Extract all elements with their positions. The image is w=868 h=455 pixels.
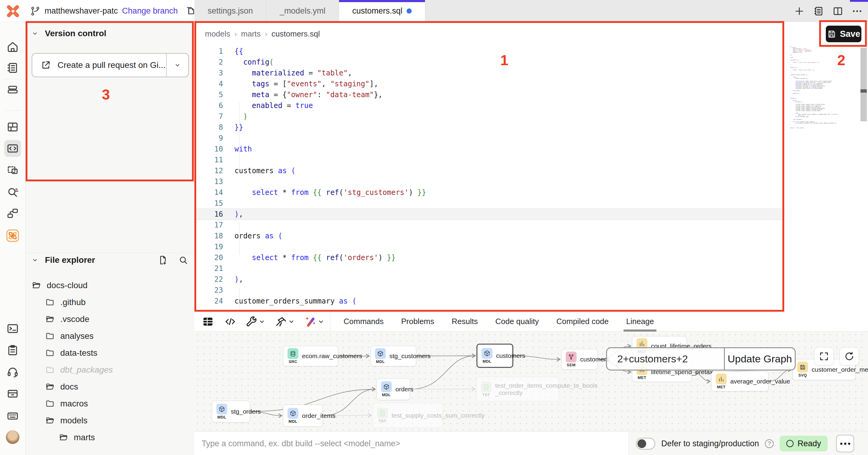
update-graph-button[interactable]: Update Graph — [725, 348, 795, 370]
code-line-15[interactable]: 15 — [194, 198, 785, 209]
bottom-tab-compiled-code[interactable]: Compiled code — [556, 312, 609, 332]
new-tab-plus-icon[interactable] — [793, 5, 805, 17]
lineage-node-customers[interactable]: SEMcustomers — [561, 349, 598, 370]
ai-assist-icon[interactable] — [304, 315, 317, 329]
create-pr-button[interactable]: Create a pull request on Gi... — [32, 53, 189, 77]
bottom-tab-problems[interactable]: Problems — [401, 312, 434, 332]
code-line-22[interactable]: 22), — [194, 274, 785, 285]
dbt-logo-icon[interactable] — [5, 3, 21, 19]
code-line-4[interactable]: 4 tags = ["events", "staging"], — [194, 79, 785, 89]
code-line-23[interactable]: 23 — [194, 285, 785, 296]
chevron-down-icon[interactable] — [258, 318, 266, 325]
code-view-icon[interactable] — [223, 315, 237, 329]
build-wrench-icon[interactable] — [244, 315, 258, 329]
code-line-13[interactable]: 13 — [194, 176, 785, 187]
support-headset-icon[interactable] — [6, 365, 19, 379]
copilot-atom-icon[interactable] — [6, 229, 19, 242]
bottom-tab-code-quality[interactable]: Code quality — [495, 312, 539, 332]
code-line-21[interactable]: 21 — [194, 263, 785, 274]
tree-item-marts[interactable]: marts — [59, 429, 95, 446]
lineage-node-test_order_items_compute_to_bools[interactable]: TSTtest_order_items_compute_to_bools_cor… — [476, 377, 559, 401]
chevron-down-icon[interactable] — [317, 318, 325, 325]
bottom-tab-lineage[interactable]: Lineage — [626, 312, 654, 332]
tree-item-.github[interactable]: .github — [45, 294, 86, 311]
tab-settings.json[interactable]: settings.json — [194, 0, 267, 22]
lineage-node-customers[interactable]: MDLcustomers — [476, 344, 513, 368]
new-file-icon[interactable] — [158, 255, 168, 265]
code-line-12[interactable]: 12customers as ( — [194, 165, 785, 176]
version-control-header[interactable]: Version control — [32, 29, 106, 38]
save-button[interactable]: Save — [826, 26, 861, 42]
lineage-node-ecom.raw_customers[interactable]: SRCecom.raw_customers — [283, 346, 338, 366]
code-line-6[interactable]: 6 enabled = true — [194, 100, 785, 111]
change-branch-link[interactable]: Change branch — [122, 6, 178, 16]
code-line-8[interactable]: 8}} — [194, 122, 785, 133]
user-avatar[interactable] — [6, 430, 20, 444]
tree-item-docs-cloud[interactable]: docs-cloud — [32, 277, 87, 294]
lineage-node-order_items[interactable]: MDLorder_items — [283, 405, 323, 427]
code-line-9[interactable]: 9 — [194, 133, 785, 144]
notebook-icon[interactable] — [6, 61, 19, 75]
pr-dropdown-caret[interactable] — [167, 62, 188, 68]
search-files-icon[interactable] — [178, 255, 188, 265]
code-line-17[interactable]: 17 — [194, 220, 785, 230]
lineage-node-average_order_value[interactable]: METaverage_order_value — [711, 371, 769, 391]
breadcrumb-segment[interactable]: models — [205, 29, 230, 39]
jobs-tray-icon[interactable] — [6, 83, 19, 96]
code-line-5[interactable]: 5 meta = {"owner": "data-team"}, — [194, 89, 785, 100]
preview-table-icon[interactable] — [201, 315, 215, 329]
changelog-icon[interactable] — [812, 5, 825, 17]
canvas-icon[interactable] — [6, 164, 19, 177]
tree-item-analyses[interactable]: analyses — [45, 328, 94, 345]
code-line-14[interactable]: 14 select * from {{ ref('stg_customers')… — [194, 187, 785, 198]
lineage-canvas[interactable]: SRCecom.raw_customersMDLstg_customersMDL… — [194, 332, 868, 431]
tree-item-data-tests[interactable]: data-tests — [45, 345, 97, 362]
code-line-19[interactable]: 19 — [194, 241, 785, 252]
code-line-2[interactable]: 2 config( — [194, 57, 785, 67]
command-input[interactable]: Type a command, ex. dbt build --select <… — [202, 432, 400, 455]
editor-scrollbar[interactable] — [861, 48, 867, 121]
lineage-node-stg_orders[interactable]: MDLstg_orders — [212, 401, 250, 422]
code-line-10[interactable]: 10with — [194, 144, 785, 154]
lineage-selector-input[interactable]: 2+customers+2 — [607, 348, 724, 370]
code-editor[interactable]: models›marts›customers.sql 1{{2 config(3… — [194, 22, 868, 312]
lineage-node-stg_customers[interactable]: MDLstg_customers — [370, 346, 416, 366]
tab-_models.yml[interactable]: _models.yml — [267, 0, 339, 22]
help-icon[interactable]: ? — [765, 439, 774, 448]
more-actions-button[interactable] — [836, 435, 854, 452]
tree-item-models[interactable]: models — [45, 412, 87, 429]
tree-item-docs[interactable]: docs — [45, 378, 78, 395]
home-icon[interactable] — [6, 40, 19, 53]
code-line-20[interactable]: 20 select * from {{ ref('orders') }} — [194, 252, 785, 263]
more-menu-icon[interactable] — [851, 5, 863, 17]
lineage-node-orders[interactable]: MDLorders — [376, 378, 410, 400]
dashboards-icon[interactable] — [6, 120, 19, 134]
keyboard-icon[interactable] — [6, 409, 19, 422]
code-line-11[interactable]: 11 — [194, 154, 785, 165]
tree-item-.vscode[interactable]: .vscode — [45, 311, 90, 328]
defer-toggle[interactable] — [636, 438, 655, 450]
query-analysis-icon[interactable] — [6, 185, 19, 199]
breadcrumb-segment[interactable]: marts — [241, 29, 261, 39]
format-broom-icon[interactable] — [274, 315, 288, 329]
code-editor-icon[interactable] — [4, 140, 21, 157]
tree-item-dbt_packages[interactable]: dbt_packages — [45, 362, 113, 378]
lineage-node-test_supply_costs_sum_correctly[interactable]: TSTtest_supply_costs_sum_correctly — [373, 403, 443, 428]
editor-minimap[interactable]: {{ config( materialized = "table", tags … — [790, 46, 841, 129]
bottom-tab-commands[interactable]: Commands — [344, 312, 384, 332]
bottom-tab-results[interactable]: Results — [452, 312, 478, 332]
code-line-16[interactable]: 16), — [194, 209, 785, 220]
logs-clipboard-icon[interactable] — [6, 344, 19, 357]
chevron-down-icon[interactable] — [288, 318, 296, 325]
orchestration-icon[interactable] — [6, 207, 19, 220]
archive-drawer-icon[interactable] — [6, 387, 19, 400]
code-line-18[interactable]: 18orders as ( — [194, 230, 785, 241]
tree-item-macros[interactable]: macros — [45, 395, 88, 412]
fullscreen-icon[interactable] — [815, 348, 833, 365]
file-explorer-header[interactable]: File explorer — [32, 255, 95, 265]
terminal-icon[interactable] — [6, 322, 19, 335]
breadcrumb-segment[interactable]: customers.sql — [272, 29, 320, 39]
refresh-icon[interactable] — [840, 348, 859, 365]
code-line-24[interactable]: 24customer_orders_summary as ( — [194, 296, 785, 307]
split-pane-icon[interactable] — [832, 5, 844, 17]
